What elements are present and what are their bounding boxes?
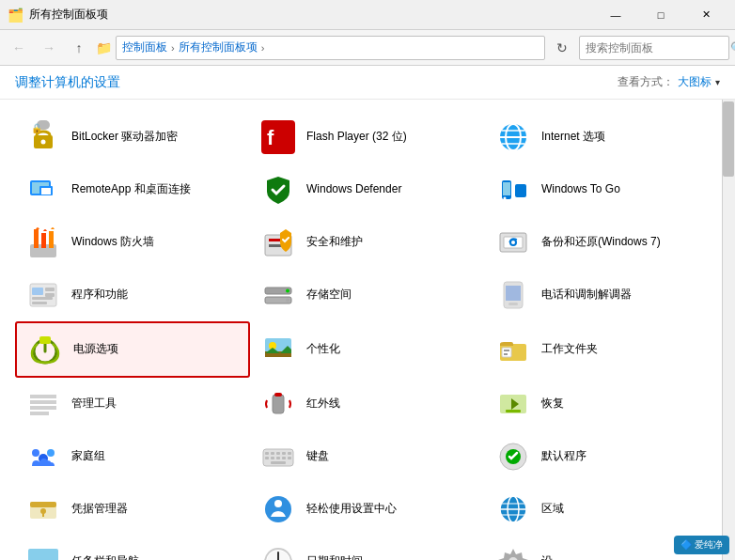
search-icon[interactable]: 🔍 xyxy=(730,41,735,54)
grid-item-homegroup[interactable]: 家庭组 xyxy=(15,430,250,483)
grid-item-power-options[interactable]: 电源选项 xyxy=(15,321,250,378)
backup-restore-label: 备份和还原(Windows 7) xyxy=(541,235,661,250)
forward-button[interactable]: → xyxy=(36,35,62,61)
region-icon xyxy=(494,490,532,528)
work-folder-label: 工作文件夹 xyxy=(541,342,598,357)
grid-item-date-time[interactable]: 日期和时间 xyxy=(250,536,485,560)
grid-item-ease-of-access[interactable]: 轻松使用设置中心 xyxy=(250,483,485,536)
phone-modem-icon xyxy=(494,276,532,314)
svg-text:f: f xyxy=(267,126,274,149)
svg-rect-69 xyxy=(288,452,291,455)
svg-rect-42 xyxy=(506,286,521,301)
svg-rect-55 xyxy=(30,406,56,410)
region-label: 区域 xyxy=(541,502,564,517)
grid-item-infrared[interactable]: 红外线 xyxy=(250,378,485,430)
power-options-icon xyxy=(26,331,64,368)
svg-rect-70 xyxy=(265,457,269,459)
refresh-button[interactable]: ↻ xyxy=(549,35,575,61)
grid-item-remoteapp[interactable]: RemoteApp 和桌面连接 xyxy=(15,163,250,216)
svg-rect-74 xyxy=(288,457,291,459)
recovery-label: 恢复 xyxy=(541,397,564,412)
svg-rect-60 xyxy=(506,410,521,412)
storage-spaces-label: 存储空间 xyxy=(306,288,352,303)
scrollbar-track[interactable] xyxy=(722,100,735,560)
remoteapp-label: RemoteApp 和桌面连接 xyxy=(71,182,191,197)
title-bar: 🗂️ 所有控制面板项 — □ ✕ xyxy=(0,0,735,30)
svg-rect-71 xyxy=(271,457,274,459)
svg-point-39 xyxy=(286,289,289,293)
up-button[interactable]: ↑ xyxy=(66,35,92,61)
breadcrumb-sep-1: › xyxy=(171,42,175,54)
grid-item-windows-to-go[interactable]: Windows To Go xyxy=(485,163,720,216)
title-bar-controls: — □ ✕ xyxy=(594,1,727,29)
grid-item-keyboard[interactable]: 键盘 xyxy=(250,430,485,483)
svg-rect-23 xyxy=(49,231,54,248)
minimize-button[interactable]: — xyxy=(594,1,637,29)
close-button[interactable]: ✕ xyxy=(684,1,727,29)
grid-item-internet-options[interactable]: Internet 选项 xyxy=(485,111,720,163)
remoteapp-icon xyxy=(24,171,62,209)
svg-rect-43 xyxy=(508,303,518,305)
windows-to-go-label: Windows To Go xyxy=(541,182,620,197)
main-content: 🔒BitLocker 驱动器加密fFlash Player (32 位)Inte… xyxy=(0,100,735,560)
svg-rect-73 xyxy=(282,457,286,459)
grid-item-programs-features[interactable]: 程序和功能 xyxy=(15,269,250,321)
internet-options-label: Internet 选项 xyxy=(541,130,605,145)
flash-player-icon: f xyxy=(259,118,297,156)
infrared-icon xyxy=(259,385,297,423)
svg-rect-45 xyxy=(39,336,51,344)
flash-player-label: Flash Player (32 位) xyxy=(306,130,407,145)
svg-rect-15 xyxy=(41,188,51,194)
grid-item-flash-player[interactable]: fFlash Player (32 位) xyxy=(250,111,485,163)
svg-rect-51 xyxy=(504,350,509,351)
internet-options-icon xyxy=(494,118,532,156)
grid-item-windows-defender[interactable]: Windows Defender xyxy=(250,163,485,216)
svg-rect-50 xyxy=(502,348,511,357)
grid-item-taskbar-navigation[interactable]: 任务栏和导航 xyxy=(15,536,250,560)
maximize-button[interactable]: □ xyxy=(639,1,682,29)
breadcrumb-item-2[interactable]: 所有控制面板项 xyxy=(179,39,258,55)
admin-tools-label: 管理工具 xyxy=(71,397,117,412)
svg-rect-35 xyxy=(32,297,53,300)
ease-of-access-label: 轻松使用设置中心 xyxy=(306,502,397,517)
grid-item-security-maintenance[interactable]: 安全和维护 xyxy=(250,216,485,269)
grid-item-credential-manager[interactable]: 凭据管理器 xyxy=(15,483,250,536)
programs-features-label: 程序和功能 xyxy=(71,288,128,303)
grid-item-backup-restore[interactable]: 备份和还原(Windows 7) xyxy=(485,216,720,269)
search-bar[interactable]: 🔍 xyxy=(579,36,729,60)
view-dropdown-icon[interactable]: ▾ xyxy=(715,77,720,87)
grid-item-bitlocker[interactable]: 🔒BitLocker 驱动器加密 xyxy=(15,111,250,163)
address-bar: ← → ↑ 📁 控制面板 › 所有控制面板项 › ↻ 🔍 xyxy=(0,30,735,66)
search-input[interactable] xyxy=(586,41,727,54)
svg-point-61 xyxy=(32,449,39,457)
keyboard-label: 键盘 xyxy=(306,449,329,464)
svg-rect-67 xyxy=(276,452,280,455)
grid-item-work-folder[interactable]: 工作文件夹 xyxy=(485,321,720,378)
breadcrumb-item-1[interactable]: 控制面板 xyxy=(122,39,167,55)
title-bar-left: 🗂️ 所有控制面板项 xyxy=(8,7,108,23)
recovery-icon xyxy=(494,385,532,423)
admin-tools-icon xyxy=(24,385,62,423)
breadcrumb-bar[interactable]: 控制面板 › 所有控制面板项 › xyxy=(116,36,545,60)
window-title: 所有控制面板项 xyxy=(29,7,108,23)
grid-item-region[interactable]: 区域 xyxy=(485,483,720,536)
phone-modem-label: 电话和调制解调器 xyxy=(541,288,632,303)
view-options: 查看方式： 大图标 ▾ xyxy=(618,74,720,90)
grid-item-recovery[interactable]: 恢复 xyxy=(485,378,720,430)
items-grid: 🔒BitLocker 驱动器加密fFlash Player (32 位)Inte… xyxy=(15,111,720,560)
date-time-icon xyxy=(259,543,297,560)
view-current[interactable]: 大图标 xyxy=(678,74,712,90)
date-time-label: 日期和时间 xyxy=(306,554,363,560)
grid-item-personalization[interactable]: 个性化 xyxy=(250,321,485,378)
window-icon: 🗂️ xyxy=(8,8,23,23)
grid-item-admin-tools[interactable]: 管理工具 xyxy=(15,378,250,430)
grid-item-firewall[interactable]: Windows 防火墙 xyxy=(15,216,250,269)
grid-item-default-programs[interactable]: 默认程序 xyxy=(485,430,720,483)
grid-item-storage-spaces[interactable]: 存储空间 xyxy=(250,269,485,321)
work-folder-icon xyxy=(494,331,532,368)
grid-item-phone-modem[interactable]: 电话和调制解调器 xyxy=(485,269,720,321)
taskbar-navigation-label: 任务栏和导航 xyxy=(71,554,139,560)
scrollbar-thumb[interactable] xyxy=(723,101,734,177)
svg-rect-17 xyxy=(503,182,510,195)
back-button[interactable]: ← xyxy=(6,35,32,61)
